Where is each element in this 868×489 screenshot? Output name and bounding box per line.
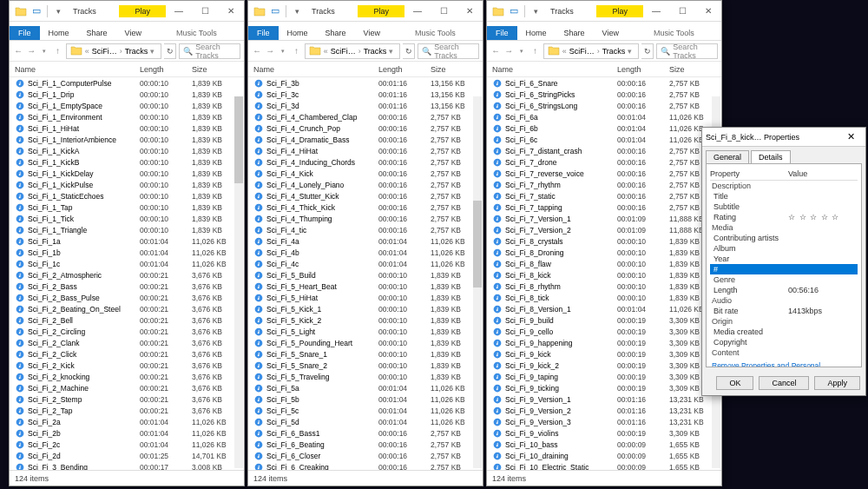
folder-icon[interactable] xyxy=(253,5,266,17)
close-icon[interactable]: ✕ xyxy=(695,2,721,21)
tab-share[interactable]: Share xyxy=(78,26,116,40)
list-item[interactable]: Sci_Fi_6_Bass1 00:00:16 2,757 KB xyxy=(253,427,483,439)
prop-copyright[interactable]: Copyright xyxy=(710,338,788,347)
rating-stars[interactable]: ☆ ☆ ☆ ☆ ☆ xyxy=(788,213,858,221)
file-list[interactable]: Sci_Fi_1_ComputerPulse 00:00:10 1,839 KB… xyxy=(10,77,244,470)
list-item[interactable]: Sci_Fi_5_Snare_2 00:00:10 1,839 KB xyxy=(253,360,483,371)
breadcrumb-segment[interactable]: SciFi… xyxy=(569,47,595,56)
tab-file[interactable]: File xyxy=(487,26,517,40)
list-item[interactable]: Sci_Fi_4_HiHat 00:00:16 2,757 KB xyxy=(253,145,483,156)
properties-icon[interactable]: ▭ xyxy=(269,5,281,17)
breadcrumb-dropdown-icon[interactable]: ▾ xyxy=(625,47,635,56)
close-icon[interactable]: ✕ xyxy=(218,2,244,21)
list-item[interactable]: Sci_Fi_7_tapping 00:00:16 2,757 KB xyxy=(492,202,721,213)
tab-share[interactable]: Share xyxy=(317,26,355,40)
list-item[interactable]: Sci_Fi_2d 00:01:25 14,701 KB xyxy=(15,450,244,461)
list-item[interactable]: Sci_Fi_9_kick_2 00:00:19 3,309 KB xyxy=(492,360,721,371)
list-item[interactable]: Sci_Fi_7_rhythm 00:00:16 2,757 KB xyxy=(492,179,721,190)
list-item[interactable]: Sci_Fi_7_Version_1 00:01:09 11,888 KB xyxy=(492,213,721,224)
properties-icon[interactable]: ▭ xyxy=(30,5,43,17)
col-size[interactable]: Size xyxy=(669,65,721,74)
list-item[interactable]: Sci_Fi_5_Traveling 00:00:10 1,839 KB xyxy=(253,371,483,382)
tab-music-tools[interactable]: Music Tools xyxy=(168,26,226,40)
play-tab[interactable]: Play xyxy=(119,5,166,17)
list-item[interactable]: Sci_Fi_9_Version_1 00:01:16 13,231 KB xyxy=(492,393,721,405)
col-size[interactable]: Size xyxy=(431,65,483,74)
list-item[interactable]: Sci_Fi_1_KickA 00:00:10 1,839 KB xyxy=(15,145,244,156)
col-length[interactable]: Length xyxy=(378,65,431,74)
list-item[interactable]: Sci_Fi_2_Clank 00:00:21 3,676 KB xyxy=(15,337,244,348)
list-item[interactable]: Sci_Fi_6_StringPicks 00:00:16 2,757 KB xyxy=(492,89,721,100)
list-item[interactable]: Sci_Fi_2_Beating_On_Steel 00:00:21 3,676… xyxy=(15,303,244,314)
breadcrumb-segment[interactable]: Tracks xyxy=(125,47,148,56)
back-icon[interactable]: ← xyxy=(13,43,23,59)
list-item[interactable]: Sci_Fi_2_knocking 00:00:21 3,676 KB xyxy=(15,371,244,382)
list-item[interactable]: Sci_Fi_1_EmptySpace 00:00:10 1,839 KB xyxy=(15,100,244,111)
prop-title[interactable]: Title xyxy=(710,192,788,201)
tab-view[interactable]: View xyxy=(116,26,150,40)
minimize-icon[interactable]: — xyxy=(166,2,192,21)
chevron-right-icon[interactable]: › xyxy=(595,47,602,56)
back-icon[interactable]: ← xyxy=(490,43,501,59)
cancel-button[interactable]: Cancel xyxy=(759,376,809,390)
list-item[interactable]: Sci_Fi_9_kick 00:00:19 3,309 KB xyxy=(492,348,721,360)
list-item[interactable]: Sci_Fi_4a 00:01:04 11,026 KB xyxy=(253,235,483,247)
close-icon[interactable]: ✕ xyxy=(457,2,483,21)
column-headers[interactable]: Name Length Size xyxy=(248,62,483,77)
list-item[interactable]: Sci_Fi_5c 00:01:04 11,026 KB xyxy=(253,405,483,416)
list-item[interactable]: Sci_Fi_5_Build 00:00:10 1,839 KB xyxy=(253,269,483,281)
forward-icon[interactable]: → xyxy=(503,43,514,59)
list-item[interactable]: Sci_Fi_10_bass 00:00:09 1,655 KB xyxy=(492,439,721,450)
search-input[interactable]: 🔍 Search Tracks xyxy=(418,43,479,59)
play-tab[interactable]: Play xyxy=(596,5,643,17)
breadcrumb-segment[interactable]: Tracks xyxy=(364,47,387,56)
chevron-right-icon[interactable]: « xyxy=(560,47,569,56)
list-item[interactable]: Sci_Fi_6_Closer 00:00:16 2,757 KB xyxy=(253,450,483,461)
recent-icon[interactable]: ▾ xyxy=(516,43,527,59)
list-item[interactable]: Sci_Fi_6b 00:01:04 11,026 KB xyxy=(492,122,721,134)
list-item[interactable]: Sci_Fi_8_Droning 00:00:10 1,839 KB xyxy=(492,247,721,258)
scrollbar[interactable] xyxy=(234,96,243,468)
list-item[interactable]: Sci_Fi_3b 00:01:16 13,156 KB xyxy=(253,77,483,89)
tab-home[interactable]: Home xyxy=(517,26,556,40)
list-item[interactable]: Sci_Fi_8_kick 00:00:10 1,839 KB xyxy=(492,269,721,281)
recent-icon[interactable]: ▾ xyxy=(278,43,288,59)
list-item[interactable]: Sci_Fi_4_Inducing_Chords 00:00:16 2,757 … xyxy=(253,156,483,168)
list-item[interactable]: Sci_Fi_1a 00:01:04 11,026 KB xyxy=(15,235,244,247)
list-item[interactable]: Sci_Fi_9_Version_2 00:01:16 13,231 KB xyxy=(492,405,721,416)
list-item[interactable]: Sci_Fi_5_Kick_2 00:00:10 1,839 KB xyxy=(253,314,483,326)
list-item[interactable]: Sci_Fi_6_StringsLong 00:00:16 2,757 KB xyxy=(492,100,721,111)
scrollbar[interactable] xyxy=(473,96,482,468)
refresh-icon[interactable]: ↻ xyxy=(164,43,176,59)
ok-button[interactable]: OK xyxy=(716,376,753,390)
list-item[interactable]: Sci_Fi_4_Kick 00:00:16 2,757 KB xyxy=(253,168,483,179)
list-item[interactable]: Sci_Fi_4_Stutter_Kick 00:00:16 2,757 KB xyxy=(253,190,483,202)
list-item[interactable]: Sci_Fi_3d 00:01:16 13,156 KB xyxy=(253,100,483,111)
list-item[interactable]: Sci_Fi_2a 00:01:04 11,026 KB xyxy=(15,416,244,427)
qat-dropdown-icon[interactable]: ▾ xyxy=(529,5,542,17)
breadcrumb-segment[interactable]: SciFi… xyxy=(92,47,117,56)
list-item[interactable]: Sci_Fi_6a 00:01:04 11,026 KB xyxy=(492,111,721,122)
col-length[interactable]: Length xyxy=(140,65,192,74)
file-list[interactable]: Sci_Fi_6_Snare 00:00:16 2,757 KB Sci_Fi_… xyxy=(487,77,721,470)
list-item[interactable]: Sci_Fi_1_ComputerPulse 00:00:10 1,839 KB xyxy=(15,77,244,89)
chevron-right-icon[interactable]: « xyxy=(321,47,331,56)
tab-file[interactable]: File xyxy=(10,26,40,40)
list-item[interactable]: Sci_Fi_2_Bass_Pulse 00:00:21 3,676 KB xyxy=(15,292,244,303)
list-item[interactable]: Sci_Fi_5_Heart_Beat 00:00:10 1,839 KB xyxy=(253,281,483,292)
title-bar[interactable]: ▭ ▾ Tracks Play — ☐ ✕ xyxy=(248,1,483,22)
list-item[interactable]: Sci_Fi_5b 00:01:04 11,026 KB xyxy=(253,393,483,405)
properties-icon[interactable]: ▭ xyxy=(508,5,520,17)
list-item[interactable]: Sci_Fi_4_Thumping 00:00:16 2,757 KB xyxy=(253,213,483,224)
list-item[interactable]: Sci_Fi_1b 00:01:04 11,026 KB xyxy=(15,247,244,258)
list-item[interactable]: Sci_Fi_5d 00:01:04 11,026 KB xyxy=(253,416,483,427)
list-item[interactable]: Sci_Fi_5a 00:01:04 11,026 KB xyxy=(253,382,483,393)
up-icon[interactable]: ↑ xyxy=(291,43,301,59)
list-item[interactable]: Sci_Fi_8_Version_1 00:01:04 11,026 KB xyxy=(492,303,721,314)
list-item[interactable]: Sci_Fi_1_Drip 00:00:10 1,839 KB xyxy=(15,89,244,100)
prop-contributing[interactable]: Contributing artists xyxy=(710,234,788,242)
breadcrumb[interactable]: « SciFi… › Tracks ▾ xyxy=(66,43,162,59)
list-item[interactable]: Sci_Fi_4_Lonely_Piano 00:00:16 2,757 KB xyxy=(253,179,483,190)
tab-home[interactable]: Home xyxy=(40,26,78,40)
list-item[interactable]: Sci_Fi_7_drone 00:00:16 2,757 KB xyxy=(492,156,721,168)
